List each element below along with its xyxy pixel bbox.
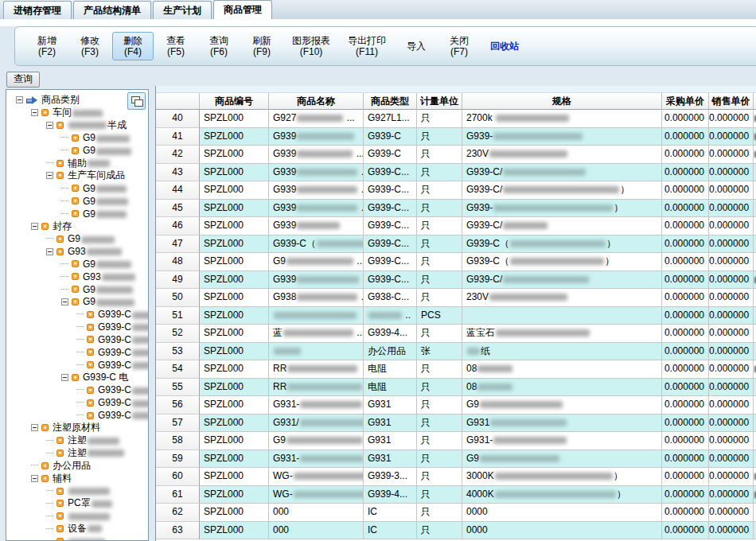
collapse-minus-icon[interactable]: [46, 122, 53, 129]
collapse-minus-icon[interactable]: [46, 248, 53, 255]
tree-item[interactable]: [6, 485, 148, 497]
tree-item[interactable]: G93: [6, 245, 148, 258]
collapse-minus-icon[interactable]: [61, 374, 68, 381]
tree-item[interactable]: 辅料: [6, 472, 148, 485]
toolbar-button-9[interactable]: 导入: [396, 37, 437, 55]
cell-sell: 0.000000: [709, 432, 754, 450]
tree-item[interactable]: G939-C: [6, 333, 148, 346]
tree-item[interactable]: G9: [6, 232, 148, 245]
tree-item[interactable]: 辅助: [6, 157, 148, 169]
table-row[interactable]: 40SPZL000G927 ...G927L1...只2700k 0.00000…: [156, 110, 756, 128]
header-cell-4[interactable]: 计量单位: [417, 93, 462, 110]
table-row[interactable]: 50SPZL000G938 ...G938-C...只230V0.0000000…: [156, 289, 756, 307]
redacted-text: [96, 261, 131, 268]
table-row[interactable]: 52SPZL000蓝 ...G939-4...只蓝宝石0.0000000.000…: [156, 325, 756, 343]
table-row[interactable]: 51SPZL000 ..PCS0.0000000.000000: [156, 307, 756, 325]
tree-item[interactable]: G939-C 电: [6, 372, 148, 384]
tree-item[interactable]: 生产车间成品: [6, 169, 148, 182]
tree-item[interactable]: 设备: [6, 523, 148, 535]
toolbar-button-4[interactable]: 查看(F5): [155, 32, 197, 60]
tree-item-label: 生产车间成品: [68, 169, 125, 182]
header-cell-2[interactable]: 商品名称: [269, 93, 364, 110]
header-cell-7[interactable]: 销售单价: [709, 93, 754, 110]
tree-item[interactable]: 注塑: [6, 447, 148, 460]
tree-item[interactable]: 办公用品: [6, 459, 148, 472]
table-row[interactable]: 57SPZL000G931/G931只G9310.0000000.000000: [156, 415, 756, 433]
toolbar-button-7[interactable]: 图形报表(F10): [284, 32, 338, 60]
table-row[interactable]: 45SPZL000G939 ...G939-C...只G939-）0.00000…: [156, 200, 756, 218]
table-row[interactable]: 41SPZL000G939G939-C只G939-0.0000000.00000…: [156, 128, 756, 146]
tree-item[interactable]: G9: [6, 132, 148, 145]
collapse-minus-icon[interactable]: [31, 424, 38, 431]
header-cell-6[interactable]: 采购单价: [662, 93, 709, 110]
tree-item[interactable]: G9: [6, 296, 148, 309]
table-row[interactable]: 48SPZL000G9 ...G939-C...只G939-C（）0.00000…: [156, 253, 756, 271]
table-row[interactable]: 47SPZL000G939-C（ ...G939-C...只G939-C（）0.…: [156, 235, 756, 254]
table-row[interactable]: 61SPZL000WG- ...G939-4...只4000K）0.000000…: [156, 486, 756, 504]
tree-item[interactable]: G9: [6, 208, 148, 220]
tree-item[interactable]: G9: [6, 283, 148, 296]
tab-1[interactable]: 进销存管理: [3, 1, 72, 19]
collapse-minus-icon[interactable]: [16, 96, 23, 103]
collapse-minus-icon[interactable]: [46, 172, 53, 179]
tree-item[interactable]: PC罩: [6, 497, 148, 510]
toolbar-button-8[interactable]: 导出打印(F11): [340, 32, 394, 60]
tree-item[interactable]: [6, 510, 148, 523]
tab-2[interactable]: 产品结构清单: [73, 1, 151, 19]
tab-4[interactable]: 商品管理: [213, 0, 272, 19]
collapse-minus-icon[interactable]: [31, 475, 38, 482]
tree-item[interactable]: 注塑原材料: [6, 422, 148, 434]
tree-item[interactable]: G939-C: [6, 346, 148, 359]
toolbar-button-label: 新增: [37, 35, 57, 46]
tree-item[interactable]: 半成: [6, 119, 148, 132]
table-row[interactable]: 58SPZL000G9 ...G931只G931-0.0000000.00000…: [156, 432, 756, 450]
tree-item[interactable]: G939-C: [6, 396, 148, 409]
table-row[interactable]: 60SPZL000WG- ...G939-3...只3000K）0.000000…: [156, 468, 756, 486]
toolbar-button-3[interactable]: 删除(F4): [112, 32, 154, 60]
table-row[interactable]: 59SPZL000G931-G931只G90.0000000.000000: [156, 450, 756, 469]
collapse-minus-icon[interactable]: [31, 223, 38, 230]
category-bullet-icon: [72, 134, 79, 142]
toolbar-button-fkey: (F7): [439, 46, 479, 57]
tree-item[interactable]: G93: [6, 270, 148, 283]
toolbar-button-10[interactable]: 关闭(F7): [438, 32, 480, 60]
table-row[interactable]: 42SPZL000G939 ...G939-C只230V0.0000000.00…: [156, 146, 756, 164]
tree-item[interactable]: G939-C: [6, 321, 148, 333]
tree-item[interactable]: [6, 535, 148, 541]
tab-3[interactable]: 生产计划: [153, 1, 212, 19]
tree-item[interactable]: G9: [6, 144, 148, 157]
toolbar-button-2[interactable]: 修改(F3): [69, 32, 111, 60]
table-row[interactable]: 54SPZL000RR电阻只080.0000000.000000: [156, 360, 756, 379]
tree-item[interactable]: 封存: [6, 220, 148, 232]
collapse-minus-icon[interactable]: [61, 298, 68, 306]
table-row[interactable]: 49SPZL000G939 ...G939-C...只G939-C/0.0000…: [156, 271, 756, 290]
toolbar-button-6[interactable]: 刷新(F9): [241, 32, 283, 60]
tree-item[interactable]: G9: [6, 195, 148, 208]
tree-item[interactable]: G939-C: [6, 383, 148, 396]
tree-item[interactable]: G939-C: [6, 308, 148, 321]
redacted-text: [489, 294, 567, 301]
tree-item[interactable]: G9: [6, 182, 148, 195]
table-row[interactable]: 53SPZL000办公用品张纸0.0000000.000000: [156, 343, 756, 361]
header-cell-5[interactable]: 规格: [462, 93, 662, 110]
collapse-panel-button[interactable]: [127, 92, 146, 110]
toolbar-button-1[interactable]: 新增(F2): [26, 32, 68, 60]
table-row[interactable]: 56SPZL000G931- ...G931只G90.0000000.00000…: [156, 396, 756, 415]
toolbar-button-5[interactable]: 查询(F6): [198, 32, 240, 60]
cell-unit: 只: [417, 146, 462, 164]
tree-item[interactable]: G9: [6, 258, 148, 270]
table-row[interactable]: 62SPZL000000IC只00000.0000000.000000: [156, 504, 756, 522]
table-row[interactable]: 46SPZL000G939G939-C...只G939-C/0.0000000.…: [156, 217, 756, 235]
tree-item[interactable]: 注塑: [6, 434, 148, 447]
table-row[interactable]: 43SPZL000G939 ...G939-C...只G939-C/0.0000…: [156, 164, 756, 182]
table-row[interactable]: 55SPZL000RR电阻只080.0000000.000000: [156, 379, 756, 397]
header-cell-1[interactable]: 商品编号: [200, 93, 269, 110]
table-row[interactable]: 44SPZL000G939 ...G939-C...只G939-C/）0.000…: [156, 181, 756, 200]
query-button[interactable]: 查询: [6, 72, 40, 88]
table-row[interactable]: 63SPZL000000IC只00000.0000000.000000: [156, 522, 756, 540]
recycle-bin-button[interactable]: 回收站: [481, 37, 528, 55]
header-cell-3[interactable]: 商品类型: [364, 93, 417, 110]
tree-item[interactable]: G939-C: [6, 359, 148, 372]
tree-item[interactable]: G939-C: [6, 409, 148, 422]
collapse-minus-icon[interactable]: [31, 109, 38, 116]
